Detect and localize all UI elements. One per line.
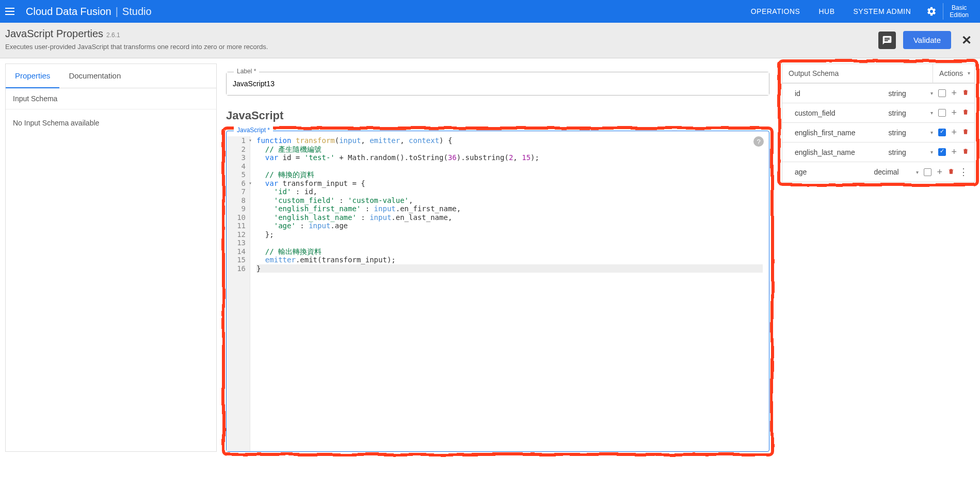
close-icon[interactable]: ✕ xyxy=(958,33,975,48)
plugin-version: 2.6.1 xyxy=(106,31,120,39)
add-field-icon[interactable]: + xyxy=(949,88,959,99)
right-panel: Output Schema Actions idstring▾+custom_f… xyxy=(779,64,975,452)
schema-field-type[interactable]: string xyxy=(888,109,925,117)
add-field-icon[interactable]: + xyxy=(949,127,959,138)
schema-row: idstring▾+ xyxy=(782,83,974,103)
code-editor[interactable]: 12345678910111213141516 function transfo… xyxy=(227,131,769,451)
brand-sub: Studio xyxy=(122,6,152,18)
nullable-checkbox[interactable] xyxy=(938,148,946,156)
delete-field-icon[interactable] xyxy=(947,168,955,177)
left-panel: Properties Documentation Input Schema No… xyxy=(5,64,217,452)
help-icon[interactable]: ? xyxy=(753,136,764,147)
label-caption: Label * xyxy=(234,68,259,75)
output-schema-panel: Output Schema Actions idstring▾+custom_f… xyxy=(782,64,975,182)
schema-actions-dropdown[interactable]: Actions xyxy=(933,64,974,83)
delete-field-icon[interactable] xyxy=(962,89,969,98)
label-input[interactable] xyxy=(227,72,769,95)
nullable-checkbox[interactable] xyxy=(938,89,946,97)
validate-button[interactable]: Validate xyxy=(903,31,951,49)
schema-field-type[interactable]: string xyxy=(888,89,925,98)
javascript-caption: JavaScript * xyxy=(234,127,273,134)
type-dropdown-icon[interactable]: ▾ xyxy=(928,110,935,116)
nav-hub[interactable]: HUB xyxy=(809,7,844,15)
tab-properties[interactable]: Properties xyxy=(6,64,59,88)
delete-field-icon[interactable] xyxy=(962,148,969,156)
schema-row: english_last_namestring▾+ xyxy=(782,142,974,162)
output-schema-title: Output Schema xyxy=(782,64,933,83)
schema-field-name[interactable]: age xyxy=(795,168,871,176)
edition-badge: Basic Edition xyxy=(943,3,975,20)
nullable-checkbox[interactable] xyxy=(938,129,946,136)
schema-row: agedecimal▾+⋮ xyxy=(782,162,974,182)
top-nav: Cloud Data Fusion | Studio OPERATIONS HU… xyxy=(0,0,980,23)
delete-field-icon[interactable] xyxy=(962,108,969,117)
add-field-icon[interactable]: + xyxy=(949,107,959,118)
javascript-section-title: JavaScript xyxy=(226,109,769,122)
menu-icon[interactable] xyxy=(5,5,18,18)
settings-icon[interactable] xyxy=(926,6,937,17)
schema-field-name[interactable]: custom_field xyxy=(795,109,885,117)
page-title: JavaScript Properties xyxy=(5,28,103,40)
type-dropdown-icon[interactable]: ▾ xyxy=(928,130,935,135)
schema-field-name[interactable]: id xyxy=(795,89,885,98)
edition-line2: Edition xyxy=(950,11,969,19)
page-subtitle: Executes user-provided JavaScript that t… xyxy=(5,43,878,51)
schema-row: custom_fieldstring▾+ xyxy=(782,103,974,122)
brand-separator: | xyxy=(116,6,118,18)
schema-row: english_first_namestring▾+ xyxy=(782,122,974,142)
schema-field-name[interactable]: english_first_name xyxy=(795,129,885,137)
nullable-checkbox[interactable] xyxy=(924,168,931,176)
more-icon[interactable]: ⋮ xyxy=(958,166,969,178)
input-schema-title: Input Schema xyxy=(6,88,216,109)
tabs: Properties Documentation xyxy=(6,64,216,88)
type-dropdown-icon[interactable]: ▾ xyxy=(914,169,921,175)
edition-line1: Basic xyxy=(950,4,969,11)
type-dropdown-icon[interactable]: ▾ xyxy=(928,149,935,155)
type-dropdown-icon[interactable]: ▾ xyxy=(928,90,935,96)
nav-system-admin[interactable]: SYSTEM ADMIN xyxy=(844,7,921,15)
input-schema-empty: No Input Schema available xyxy=(6,109,216,136)
brand-main: Cloud Data Fusion xyxy=(26,6,111,18)
tab-documentation[interactable]: Documentation xyxy=(59,64,130,88)
delete-field-icon[interactable] xyxy=(962,128,969,137)
nullable-checkbox[interactable] xyxy=(938,109,946,117)
add-field-icon[interactable]: + xyxy=(935,167,944,178)
page-header: JavaScript Properties 2.6.1 Executes use… xyxy=(0,23,980,58)
brand[interactable]: Cloud Data Fusion | Studio xyxy=(26,6,152,18)
center-panel: Label * JavaScript JavaScript * ? 123456… xyxy=(217,64,779,452)
label-field-wrapper: Label * xyxy=(226,72,769,96)
comments-icon[interactable] xyxy=(878,31,896,49)
add-field-icon[interactable]: + xyxy=(949,147,959,157)
javascript-editor-wrapper: JavaScript * ? 12345678910111213141516 f… xyxy=(226,131,769,452)
schema-field-name[interactable]: english_last_name xyxy=(795,148,885,156)
nav-operations[interactable]: OPERATIONS xyxy=(742,7,810,15)
schema-field-type[interactable]: decimal xyxy=(874,168,911,176)
schema-field-type[interactable]: string xyxy=(888,129,925,137)
schema-field-type[interactable]: string xyxy=(888,148,925,156)
